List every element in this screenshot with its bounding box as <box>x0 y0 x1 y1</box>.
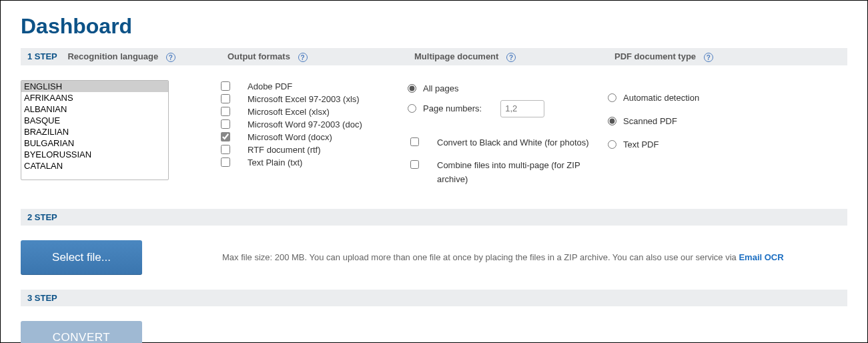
help-icon[interactable]: ? <box>166 53 175 62</box>
header-language: Recognition language <box>67 51 158 61</box>
format-label: Text Plain (txt) <box>248 157 302 167</box>
language-option[interactable]: ALBANIAN <box>21 103 168 115</box>
format-label: Microsoft Word 97-2003 (doc) <box>248 119 362 129</box>
language-option[interactable]: CATALAN <box>21 160 168 172</box>
combine-checkbox[interactable] <box>410 160 419 169</box>
format-checkbox[interactable] <box>221 157 230 167</box>
header-pdftype: PDF document type <box>614 51 696 61</box>
format-row: Adobe PDF <box>221 80 408 93</box>
language-select[interactable]: ENGLISHAFRIKAANSALBANIANBASQUEBRAZILIANB… <box>21 80 169 180</box>
help-icon[interactable]: ? <box>506 53 516 62</box>
format-row: RTF document (rtf) <box>221 143 408 156</box>
format-label: Microsoft Word (docx) <box>248 132 332 142</box>
step1-num: 1 STEP <box>27 51 57 61</box>
format-row: Microsoft Excel (xlsx) <box>221 105 408 118</box>
step1-header: 1 STEP Recognition language ? Output for… <box>21 48 847 65</box>
language-option[interactable]: BASQUE <box>21 115 168 126</box>
format-checkbox[interactable] <box>221 107 230 116</box>
format-checkbox[interactable] <box>221 94 230 103</box>
format-row: Text Plain (txt) <box>221 156 408 169</box>
all-pages-label: All pages <box>423 83 458 93</box>
step2-num: 2 STEP <box>27 212 57 222</box>
bw-label: Convert to Black and White (for photos) <box>437 136 608 150</box>
format-checkbox[interactable] <box>221 132 230 141</box>
step3-num: 3 STEP <box>27 293 57 303</box>
format-row: Microsoft Word 97-2003 (doc) <box>221 118 408 131</box>
language-option[interactable]: BYELORUSSIAN <box>21 149 168 160</box>
format-row: Microsoft Word (docx) <box>221 131 408 143</box>
multipage-group: All pages Page numbers: Convert to Black… <box>408 80 608 192</box>
header-formats: Output formats <box>228 51 290 61</box>
convert-button[interactable]: CONVERT <box>21 321 142 343</box>
pdftype-group: Automatic detection Scanned PDF Text PDF <box>608 80 795 153</box>
page-numbers-radio[interactable] <box>408 104 416 113</box>
language-option[interactable]: BULGARIAN <box>21 137 168 149</box>
all-pages-radio[interactable] <box>408 84 416 93</box>
help-icon[interactable]: ? <box>298 53 308 62</box>
step2-header: 2 STEP <box>21 209 847 226</box>
pdftype-text-label: Text PDF <box>623 139 659 149</box>
email-ocr-link[interactable]: Email OCR <box>739 252 783 262</box>
format-checkbox[interactable] <box>221 81 230 91</box>
format-checkbox[interactable] <box>221 145 230 154</box>
format-label: Microsoft Excel (xlsx) <box>248 107 330 117</box>
pdftype-auto-label: Automatic detection <box>623 93 699 103</box>
page-numbers-label: Page numbers: <box>423 103 482 113</box>
select-file-button[interactable]: Select file... <box>21 240 142 275</box>
combine-label: Combine files into multi-page (for ZIP a… <box>437 159 608 187</box>
format-row: Microsoft Excel 97-2003 (xls) <box>221 93 408 105</box>
upload-help-text: Max file size: 200 MB. You can upload mo… <box>222 250 784 264</box>
language-option[interactable]: BRAZILIAN <box>21 126 168 137</box>
format-label: Microsoft Excel 97-2003 (xls) <box>248 94 360 104</box>
format-label: RTF document (rtf) <box>248 145 321 155</box>
pdftype-scanned-label: Scanned PDF <box>623 116 677 126</box>
language-option[interactable]: ENGLISH <box>21 81 168 92</box>
step3-header: 3 STEP <box>21 290 847 306</box>
bw-checkbox[interactable] <box>410 137 419 146</box>
pdftype-scanned-radio[interactable] <box>608 117 616 125</box>
page-numbers-input[interactable] <box>500 100 544 117</box>
format-checkbox[interactable] <box>221 119 230 129</box>
header-multipage: Multipage document <box>414 51 498 61</box>
pdftype-text-radio[interactable] <box>608 140 616 149</box>
output-formats-list: Adobe PDFMicrosoft Excel 97-2003 (xls)Mi… <box>221 80 408 169</box>
page-title: Dashboard <box>21 14 847 39</box>
help-icon[interactable]: ? <box>704 53 713 62</box>
format-label: Adobe PDF <box>248 81 292 91</box>
pdftype-auto-radio[interactable] <box>608 93 616 102</box>
language-option[interactable]: AFRIKAANS <box>21 92 168 103</box>
